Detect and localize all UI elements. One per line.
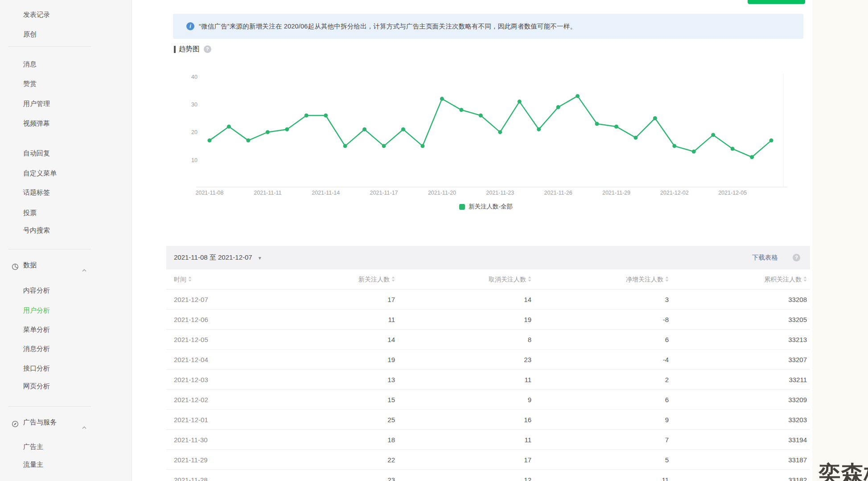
sidebar-item[interactable]: 内容分析 <box>0 284 132 297</box>
sidebar-divider <box>8 249 91 249</box>
chevron-up-icon <box>82 263 87 277</box>
cell-value: 2 <box>665 370 669 390</box>
y-axis-label: 20 <box>191 129 197 135</box>
sidebar-section-data[interactable]: 数据 <box>0 258 132 272</box>
x-axis-label: 2021-11-17 <box>370 190 398 196</box>
column-header-time[interactable]: 时间 <box>174 269 192 289</box>
chart-point[interactable] <box>459 108 463 112</box>
chart-point[interactable] <box>769 139 773 143</box>
chart-point[interactable] <box>324 114 328 118</box>
chart-point[interactable] <box>498 130 502 134</box>
caret-down-icon: ▼ <box>258 256 262 261</box>
chart-point[interactable] <box>731 147 735 151</box>
sort-icon <box>390 276 395 283</box>
cell-date: 2021-12-04 <box>174 350 208 370</box>
chevron-up-icon <box>82 420 87 434</box>
chart-point[interactable] <box>711 133 715 137</box>
chart-point[interactable] <box>208 139 212 143</box>
chart-point[interactable] <box>614 125 618 129</box>
chart-point[interactable] <box>401 127 405 131</box>
cell-value: 3 <box>665 289 669 310</box>
table-row: 2021-11-2823121133182 <box>166 470 810 481</box>
chart-point[interactable] <box>518 100 522 104</box>
cell-value: 33203 <box>788 410 807 430</box>
chart-point[interactable] <box>246 139 250 143</box>
legend-swatch <box>459 204 465 210</box>
sidebar-item[interactable]: 流量主 <box>0 458 132 471</box>
cell-value: 11 <box>524 430 531 450</box>
chart-point[interactable] <box>653 116 657 120</box>
cell-value: 33213 <box>788 330 807 350</box>
sort-icon <box>526 276 531 283</box>
cell-value: 23 <box>524 350 531 370</box>
cell-value: 11 <box>388 310 395 330</box>
sidebar-item[interactable]: 广告主 <box>0 440 132 453</box>
cell-value: 8 <box>528 330 531 350</box>
chart-point[interactable] <box>556 105 560 109</box>
table-help-icon[interactable]: ? <box>793 254 800 261</box>
y-axis-label: 30 <box>191 102 197 108</box>
cell-value: 18 <box>387 430 395 450</box>
cell-value: 16 <box>524 410 531 430</box>
date-range-selector[interactable]: 2021-11-08 至 2021-12-07 ▼ <box>174 253 262 262</box>
download-table-link[interactable]: 下载表格 <box>752 253 778 262</box>
sidebar-item[interactable]: 菜单分析 <box>0 323 132 336</box>
chart-point[interactable] <box>266 130 270 134</box>
trend-line-chart: 102030402021-11-082021-11-112021-11-1420… <box>0 0 868 240</box>
x-axis-label: 2021-11-08 <box>195 190 223 196</box>
legend-item[interactable]: 新关注人数-全部 <box>459 203 513 211</box>
table-row: 2021-12-031311233211 <box>166 370 810 390</box>
chart-point[interactable] <box>227 125 231 129</box>
chart-point[interactable] <box>634 136 638 140</box>
chart-point[interactable] <box>692 150 696 154</box>
chart-point[interactable] <box>304 114 309 118</box>
chart-point[interactable] <box>382 144 386 148</box>
chart-point[interactable] <box>420 144 424 148</box>
legend-label: 新关注人数-全部 <box>469 203 513 211</box>
cell-date: 2021-12-03 <box>174 370 208 390</box>
chart-point[interactable] <box>672 144 676 148</box>
cell-value: 5 <box>665 450 669 470</box>
column-header-1[interactable]: 新关注人数 <box>358 269 395 289</box>
cell-date: 2021-12-06 <box>174 310 208 330</box>
chart-point[interactable] <box>362 127 366 131</box>
x-axis-label: 2021-12-02 <box>660 190 689 196</box>
column-header-4[interactable]: 累积关注人数 <box>764 269 807 289</box>
chart-point[interactable] <box>479 114 483 118</box>
chart-point[interactable] <box>576 94 580 98</box>
sidebar-item[interactable]: 消息分析 <box>0 342 132 355</box>
cell-value: 14 <box>524 289 531 310</box>
sidebar-divider <box>8 406 91 407</box>
chart-point[interactable] <box>440 97 444 101</box>
x-axis-label: 2021-11-14 <box>312 190 340 196</box>
cell-value: -4 <box>663 350 669 370</box>
chart-point[interactable] <box>595 122 599 126</box>
cell-value: 15 <box>387 390 395 410</box>
cell-value: 33194 <box>788 430 807 450</box>
chart-point[interactable] <box>537 127 541 131</box>
chart-point[interactable] <box>285 127 289 131</box>
cell-value: 17 <box>387 289 395 310</box>
y-axis-label: 10 <box>191 157 197 163</box>
table-row: 2021-12-05148633213 <box>166 330 810 350</box>
chart-point[interactable] <box>750 155 754 159</box>
column-header-2[interactable]: 取消关注人数 <box>489 269 531 289</box>
sort-icon <box>663 276 669 283</box>
cell-value: 11 <box>524 370 531 390</box>
sidebar-section-ads-services[interactable]: 广告与服务 <box>0 416 132 429</box>
sidebar-item[interactable]: 接口分析 <box>0 362 132 375</box>
sidebar-item-active[interactable]: 用户分析 <box>0 304 132 317</box>
cell-value: 19 <box>524 310 531 330</box>
column-header-3[interactable]: 净增关注人数 <box>626 269 669 289</box>
cell-value: 9 <box>528 390 531 410</box>
chart-point[interactable] <box>343 144 347 148</box>
x-axis-label: 2021-11-20 <box>428 190 456 196</box>
cell-value: 19 <box>387 350 395 370</box>
table-row: 2021-12-012516933203 <box>166 410 810 430</box>
cell-date: 2021-11-30 <box>174 430 208 450</box>
sidebar-item[interactable]: 网页分析 <box>0 379 132 393</box>
cell-value: 13 <box>387 370 395 390</box>
table-row: 2021-12-02159633209 <box>166 390 810 410</box>
cell-value: 33187 <box>788 450 807 470</box>
table-row: 2021-12-061119-833205 <box>166 310 810 330</box>
